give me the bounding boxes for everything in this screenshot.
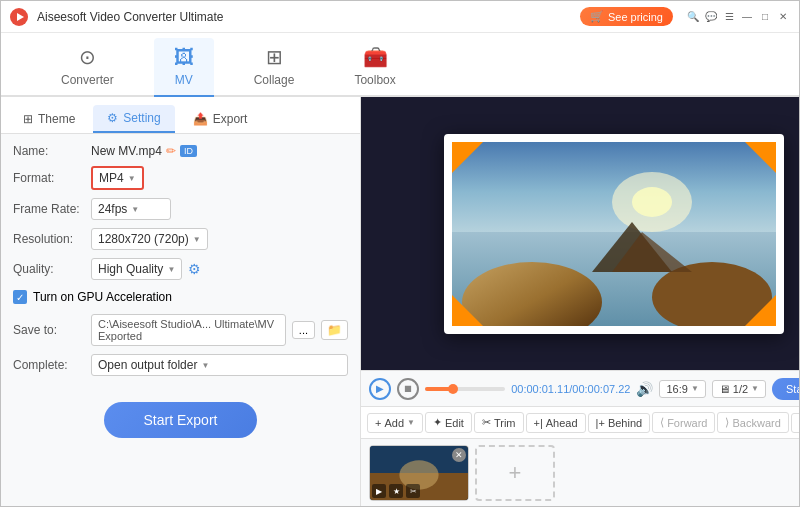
- tab-toolbox[interactable]: 🧰 Toolbox: [334, 37, 415, 97]
- add-arrow: ▼: [407, 418, 415, 427]
- resolution-label: Resolution:: [13, 232, 85, 246]
- volume-icon[interactable]: 🔊: [636, 381, 653, 397]
- format-label: Format:: [13, 171, 85, 185]
- quality-row: Quality: High Quality ▼ ⚙: [13, 258, 348, 280]
- corner-tl-decoration: [450, 140, 485, 175]
- clip-icons: ▶ ★ ✂: [372, 484, 420, 498]
- resolution-select[interactable]: 1280x720 (720p) ▼: [91, 228, 208, 250]
- see-pricing-button[interactable]: 🛒 See pricing: [580, 7, 673, 26]
- page-arrow: ▼: [751, 384, 759, 393]
- window-controls: 🔍 💬 ☰ — □ ✕: [685, 9, 791, 25]
- ratio-arrow: ▼: [691, 384, 699, 393]
- timeline-clips: ✕ ▶ ★ ✂ +: [361, 439, 799, 506]
- trim-button[interactable]: ✂ Trim: [474, 412, 524, 433]
- forward-button[interactable]: ⟨ Forward: [652, 412, 715, 433]
- empty-button[interactable]: 🗑 Empty: [791, 413, 799, 433]
- right-panel: ▶ ⏹ 00:00:01.11/00:00:07.22 🔊 16:9 ▼: [361, 97, 799, 506]
- name-value: New MV.mp4: [91, 144, 162, 158]
- theme-icon: ⊞: [23, 112, 33, 126]
- framerate-label: Frame Rate:: [13, 202, 85, 216]
- sub-tabs: ⊞ Theme ⚙ Setting 📤 Export: [1, 97, 360, 134]
- gpu-row: ✓ Turn on GPU Acceleration: [13, 288, 348, 306]
- add-icon: +: [375, 417, 381, 429]
- play-button[interactable]: ▶: [369, 378, 391, 400]
- clip-scissors-icon: ✂: [406, 484, 420, 498]
- clip-close-button[interactable]: ✕: [452, 448, 466, 462]
- menu-icon-btn[interactable]: ☰: [721, 9, 737, 25]
- behind-icon: |+: [596, 417, 605, 429]
- behind-button[interactable]: |+ Behind: [588, 413, 651, 433]
- saveto-path[interactable]: C:\Aiseesoft Studio\A... Ultimate\MV Exp…: [91, 314, 286, 346]
- maximize-button[interactable]: □: [757, 9, 773, 25]
- trim-icon: ✂: [482, 416, 491, 429]
- tab-collage[interactable]: ⊞ Collage: [234, 37, 315, 97]
- app-window: Aiseesoft Video Converter Ultimate 🛒 See…: [0, 0, 800, 507]
- complete-select[interactable]: Open output folder ▼: [91, 354, 348, 376]
- preview-image: [452, 142, 776, 326]
- start-export-right-button[interactable]: Start Export: [772, 378, 799, 400]
- minimize-button[interactable]: —: [739, 9, 755, 25]
- quality-select[interactable]: High Quality ▼: [91, 258, 182, 280]
- clip-star-icon: ★: [389, 484, 403, 498]
- gpu-checkbox[interactable]: ✓: [13, 290, 27, 304]
- left-panel: ⊞ Theme ⚙ Setting 📤 Export Name:: [1, 97, 361, 506]
- name-row: Name: New MV.mp4 ✏ ID: [13, 144, 348, 158]
- add-clip-button[interactable]: +: [475, 445, 555, 501]
- preview-frame: [444, 134, 784, 334]
- complete-row: Complete: Open output folder ▼: [13, 354, 348, 376]
- gpu-label: Turn on GPU Acceleration: [33, 290, 172, 304]
- subtab-setting[interactable]: ⚙ Setting: [93, 105, 174, 133]
- format-select[interactable]: MP4 ▼: [91, 166, 144, 190]
- timeline-area: + Add ▼ ✦ Edit ✂ Trim +| Ahead: [361, 406, 799, 506]
- stop-button[interactable]: ⏹: [397, 378, 419, 400]
- edit-icon[interactable]: ✏: [166, 144, 176, 158]
- tab-converter[interactable]: ⊙ Converter: [41, 37, 134, 97]
- framerate-select[interactable]: 24fps ▼: [91, 198, 171, 220]
- resolution-row: Resolution: 1280x720 (720p) ▼: [13, 228, 348, 250]
- corner-br-decoration: [743, 293, 778, 328]
- svg-point-4: [632, 187, 672, 217]
- ahead-button[interactable]: +| Ahead: [526, 413, 586, 433]
- monitor-icon: 🖥: [719, 383, 730, 395]
- toolbox-icon: 🧰: [363, 45, 388, 69]
- framerate-row: Frame Rate: 24fps ▼: [13, 198, 348, 220]
- quality-arrow: ▼: [167, 265, 175, 274]
- backward-button[interactable]: ⟩ Backward: [717, 412, 788, 433]
- ratio-select[interactable]: 16:9 ▼: [659, 380, 705, 398]
- saveto-label: Save to:: [13, 323, 85, 337]
- name-label: Name:: [13, 144, 85, 158]
- name-value-area: New MV.mp4 ✏ ID: [91, 144, 348, 158]
- converter-icon: ⊙: [79, 45, 96, 69]
- progress-track[interactable]: [425, 387, 505, 391]
- resolution-arrow: ▼: [193, 235, 201, 244]
- clip-play-icon: ▶: [372, 484, 386, 498]
- collage-icon: ⊞: [266, 45, 283, 69]
- clip-item[interactable]: ✕ ▶ ★ ✂: [369, 445, 469, 501]
- quality-gear-icon[interactable]: ⚙: [188, 261, 201, 277]
- page-select[interactable]: 🖥 1/2 ▼: [712, 380, 766, 398]
- app-logo: [9, 7, 29, 27]
- id-badge: ID: [180, 145, 197, 157]
- svg-rect-2: [452, 142, 776, 242]
- add-button[interactable]: + Add ▼: [367, 413, 423, 433]
- cart-icon: 🛒: [590, 10, 604, 23]
- complete-label: Complete:: [13, 358, 85, 372]
- open-folder-button[interactable]: 📁: [321, 320, 348, 340]
- start-export-left-button[interactable]: Start Export: [104, 402, 258, 438]
- chat-icon-btn[interactable]: 💬: [703, 9, 719, 25]
- main-content: ⊞ Theme ⚙ Setting 📤 Export Name:: [1, 97, 799, 506]
- framerate-arrow: ▼: [131, 205, 139, 214]
- search-icon-btn[interactable]: 🔍: [685, 9, 701, 25]
- mv-icon: 🖼: [174, 46, 194, 69]
- time-display: 00:00:01.11/00:00:07.22: [511, 383, 630, 395]
- subtab-export[interactable]: 📤 Export: [179, 105, 262, 133]
- browse-dots-button[interactable]: ...: [292, 321, 315, 339]
- playback-bar: ▶ ⏹ 00:00:01.11/00:00:07.22 🔊 16:9 ▼: [361, 370, 799, 406]
- close-button[interactable]: ✕: [775, 9, 791, 25]
- settings-area: Name: New MV.mp4 ✏ ID Format: MP4 ▼: [1, 134, 360, 386]
- app-title: Aiseesoft Video Converter Ultimate: [37, 10, 580, 24]
- tab-mv[interactable]: 🖼 MV: [154, 38, 214, 97]
- edit-button[interactable]: ✦ Edit: [425, 412, 472, 433]
- subtab-theme[interactable]: ⊞ Theme: [9, 105, 89, 133]
- setting-icon: ⚙: [107, 111, 118, 125]
